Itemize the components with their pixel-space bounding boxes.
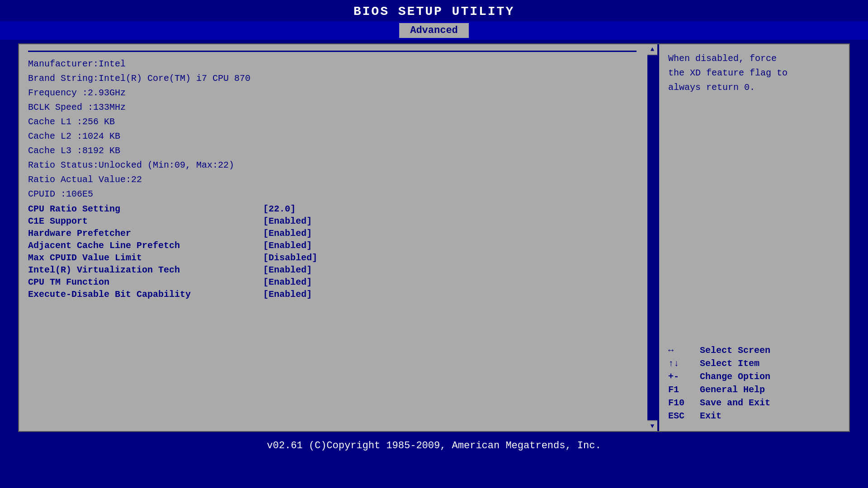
scrollbar[interactable]: ▲ ▼ <box>647 44 657 431</box>
cpu-info-row: Ratio Status:Unlocked (Min:09, Max:22) <box>28 159 648 172</box>
setting-label: Adjacent Cache Line Prefetch <box>28 240 263 251</box>
scrollbar-thumb[interactable] <box>647 55 657 420</box>
setting-label: CPU TM Function <box>28 277 263 287</box>
setting-value: [Enabled] <box>263 265 312 275</box>
key-description: Change Option <box>700 371 770 382</box>
key-help-row: F1General Help <box>668 385 840 395</box>
tab-advanced[interactable]: Advanced <box>399 23 469 38</box>
key-help-row: ESCExit <box>668 411 840 421</box>
key-symbol: ESC <box>668 411 700 421</box>
tab-bar: Advanced <box>0 21 868 40</box>
cpu-info-row: Frequency :2.93GHz <box>28 86 648 100</box>
help-text: When disabled, force the XD feature flag… <box>668 52 840 345</box>
key-description: Select Item <box>700 358 760 369</box>
title-text: BIOS SETUP UTILITY <box>354 5 514 19</box>
footer-text: v02.61 (C)Copyright 1985-2009, American … <box>267 440 601 451</box>
setting-row[interactable]: Max CPUID Value Limit[Disabled] <box>28 253 648 263</box>
cpu-info-row: Brand String:Intel(R) Core(TM) i7 CPU 87… <box>28 72 648 85</box>
setting-label: Execute-Disable Bit Capability <box>28 289 263 300</box>
scrollbar-down-arrow[interactable]: ▼ <box>647 421 657 431</box>
help-line1: When disabled, force <box>668 52 840 66</box>
help-line2: the XD feature flag to <box>668 66 840 80</box>
top-separator <box>28 51 637 52</box>
settings-section: CPU Ratio Setting[22.0]C1E Support[Enabl… <box>28 204 648 300</box>
cpu-info-row: Cache L1 :256 KB <box>28 115 648 129</box>
setting-value: [Enabled] <box>263 289 312 300</box>
left-panel: Manufacturer:IntelBrand String:Intel(R) … <box>19 44 659 431</box>
key-description: Select Screen <box>700 345 770 356</box>
key-symbol: +- <box>668 371 700 382</box>
key-help-row: +-Change Option <box>668 371 840 382</box>
cpu-info-row: Cache L3 :8192 KB <box>28 144 648 158</box>
cpu-info-row: Cache L2 :1024 KB <box>28 130 648 143</box>
scrollbar-up-arrow[interactable]: ▲ <box>647 44 657 54</box>
key-description: Exit <box>700 411 722 421</box>
footer: v02.61 (C)Copyright 1985-2009, American … <box>0 436 868 456</box>
key-help-row: F10Save and Exit <box>668 398 840 408</box>
setting-label: C1E Support <box>28 216 263 226</box>
key-symbol: ↑↓ <box>668 358 700 369</box>
right-panel: When disabled, force the XD feature flag… <box>659 44 849 431</box>
setting-row[interactable]: C1E Support[Enabled] <box>28 216 648 226</box>
setting-value: [Disabled] <box>263 253 317 263</box>
cpu-info-row: Ratio Actual Value:22 <box>28 173 648 187</box>
setting-value: [Enabled] <box>263 240 312 251</box>
key-symbol: F1 <box>668 385 700 395</box>
setting-row[interactable]: CPU TM Function[Enabled] <box>28 277 648 287</box>
title-bar: BIOS SETUP UTILITY <box>0 0 868 21</box>
cpu-info-section: Manufacturer:IntelBrand String:Intel(R) … <box>28 57 648 201</box>
help-line3: always return 0. <box>668 80 840 95</box>
setting-row[interactable]: CPU Ratio Setting[22.0] <box>28 204 648 214</box>
setting-label: Max CPUID Value Limit <box>28 253 263 263</box>
key-symbol: ↔ <box>668 345 700 356</box>
setting-row[interactable]: Hardware Prefetcher[Enabled] <box>28 228 648 239</box>
setting-value: [Enabled] <box>263 228 312 239</box>
setting-value: [Enabled] <box>263 216 312 226</box>
setting-label: Hardware Prefetcher <box>28 228 263 239</box>
key-description: Save and Exit <box>700 398 770 408</box>
setting-label: CPU Ratio Setting <box>28 204 263 214</box>
key-description: General Help <box>700 385 765 395</box>
setting-value: [Enabled] <box>263 277 312 287</box>
key-help-section: ↔Select Screen↑↓Select Item+-Change Opti… <box>668 345 840 424</box>
cpu-info-row: Manufacturer:Intel <box>28 57 648 71</box>
setting-label: Intel(R) Virtualization Tech <box>28 265 263 275</box>
setting-row[interactable]: Intel(R) Virtualization Tech[Enabled] <box>28 265 648 275</box>
main-container: Manufacturer:IntelBrand String:Intel(R) … <box>18 43 850 432</box>
setting-row[interactable]: Execute-Disable Bit Capability[Enabled] <box>28 289 648 300</box>
cpu-info-row: BCLK Speed :133MHz <box>28 101 648 114</box>
setting-value: [22.0] <box>263 204 296 214</box>
key-help-row: ↔Select Screen <box>668 345 840 356</box>
key-symbol: F10 <box>668 398 700 408</box>
key-help-row: ↑↓Select Item <box>668 358 840 369</box>
cpu-info-row: CPUID :106E5 <box>28 188 648 201</box>
setting-row[interactable]: Adjacent Cache Line Prefetch[Enabled] <box>28 240 648 251</box>
